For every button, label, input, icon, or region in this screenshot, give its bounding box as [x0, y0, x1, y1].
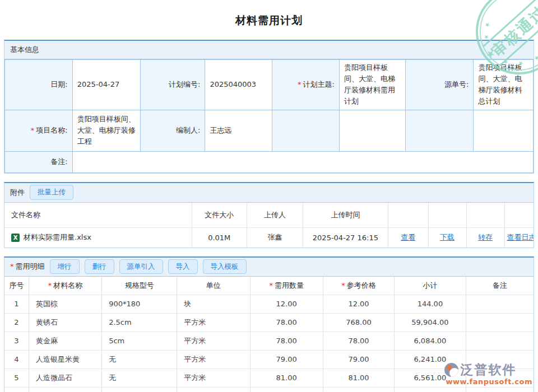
- spec: 2.5cm: [102, 313, 177, 332]
- author-label: 编制人:: [141, 110, 205, 151]
- detail-row-2: 2 黄锈石 2.5cm 平方米 78.00 768.00 59,904.00: [4, 313, 534, 332]
- transfer-link[interactable]: 转存: [478, 233, 493, 241]
- spec: 无: [102, 387, 177, 392]
- detail-row-4: 4 人造银星米黄 无 平方米 79.00 79.00 6,241.00: [4, 350, 534, 368]
- required-marker: *: [48, 281, 52, 290]
- download-link[interactable]: 下载: [440, 233, 454, 241]
- subject-value: 贵阳项目样板间、大堂、电梯厅装修材料需用计划: [339, 60, 405, 110]
- view-log-link[interactable]: 查看日志: [507, 233, 534, 241]
- remark-label: 备注:: [5, 151, 73, 172]
- required-marker: *: [269, 281, 273, 290]
- basic-info-section-header: 基本信息: [4, 41, 534, 59]
- unit: 平方米: [177, 350, 250, 368]
- required-marker: *: [10, 262, 14, 270]
- detail-title: *需用明细: [10, 262, 45, 272]
- qty: 12.00: [250, 295, 323, 313]
- material-name: 人造银星米黄: [29, 350, 101, 368]
- import-template-button[interactable]: 导入模板: [203, 259, 247, 274]
- attachments-title: 附件: [10, 188, 25, 198]
- remark: [466, 368, 534, 387]
- date-value: 2025-04-27: [72, 60, 141, 110]
- unit: 桶: [177, 387, 250, 392]
- file-uploader: 张鑫: [247, 227, 303, 248]
- row-index: 6: [4, 387, 29, 392]
- attachments-section-header: 附件 批量上传: [4, 183, 534, 203]
- required-marker: *: [341, 281, 345, 290]
- qty: 81.00: [250, 368, 323, 387]
- row-index: 1: [4, 295, 29, 313]
- material-name: 英国棕: [29, 295, 101, 313]
- batch-upload-button[interactable]: 批量上传: [30, 185, 73, 200]
- delete-row-button[interactable]: 删行: [85, 259, 114, 274]
- col-unit: 单位: [177, 277, 250, 295]
- project-value: 贵阳项目样板间、大堂、电梯厅装修工程: [72, 110, 141, 151]
- attachments-section: 附件 批量上传 文件名称 文件大小 上传人 上传时间 X: [4, 182, 534, 248]
- attachment-row: X 材料实际需用量.xlsx 0.01M 张鑫 2025-04-27 16:15…: [4, 227, 534, 248]
- row-index: 2: [4, 313, 29, 332]
- remark: [466, 387, 534, 392]
- price: 768.00: [323, 313, 394, 332]
- subtotal: 6,241.00: [395, 350, 466, 368]
- material-name: 人造微晶石: [29, 368, 101, 387]
- detail-header-row: 序号 *材料名称 规格型号 单位 *需用数量 *参考价格 小计 备注: [4, 277, 534, 295]
- subtotal: 59,904.00: [395, 313, 466, 332]
- qty: 78.00: [250, 332, 323, 350]
- file-name: 材料实际需用量.xlsx: [24, 232, 91, 242]
- plan-no-label: 计划编号:: [141, 60, 205, 110]
- price: 79.00: [323, 350, 394, 368]
- col-action-2: [428, 203, 466, 228]
- unit: 块: [177, 295, 250, 313]
- col-qty: *需用数量: [250, 277, 323, 295]
- remark: [466, 295, 534, 313]
- remark: [466, 332, 534, 350]
- author-value: 王志远: [205, 110, 272, 151]
- col-spec: 规格型号: [102, 277, 177, 295]
- basic-info-row-3: 备注:: [5, 151, 534, 172]
- plan-no-value: 2025040003: [205, 60, 272, 110]
- col-action-3: [466, 203, 504, 228]
- source-label: 源单号:: [405, 60, 474, 110]
- material-name: 黄锈石: [29, 313, 101, 332]
- detail-row-5: 5 人造微晶石 无 平方米 81.00 81.00 6,561.00: [4, 368, 534, 387]
- col-subtotal: 小计: [395, 277, 466, 295]
- subtotal: 6,084.00: [395, 332, 466, 350]
- col-remark: 备注: [466, 277, 534, 295]
- add-row-button[interactable]: 增行: [50, 259, 80, 274]
- qty: 79.00: [250, 350, 323, 368]
- basic-info-section: 基本信息 日期: 2025-04-27 计划编号: 2025040003 *计划…: [4, 40, 534, 174]
- source-import-button[interactable]: 源单引入: [119, 259, 163, 274]
- empty-label-cell: [405, 110, 474, 151]
- remark: [466, 313, 534, 332]
- empty-value-cell: [474, 110, 534, 151]
- spec: 5cm: [102, 332, 177, 350]
- price: 81.00: [323, 368, 394, 387]
- unit: 平方米: [177, 332, 250, 350]
- subject-label: *计划主题:: [272, 60, 340, 110]
- detail-section-header: *需用明细 增行 删行 源单引入 导入 导入模板: [4, 258, 534, 277]
- empty-value-cell: [339, 110, 405, 151]
- file-size: 0.01M: [192, 227, 247, 248]
- col-file-name: 文件名称: [4, 203, 192, 228]
- spec: 900*180: [102, 295, 177, 313]
- col-action-1: [388, 203, 428, 228]
- detail-row-6: 6 白色乳胶漆 无 桶 81.00 79.00 6,399.00: [4, 387, 534, 392]
- material-name: 白色乳胶漆: [29, 387, 101, 392]
- detail-table: 序号 *材料名称 规格型号 单位 *需用数量 *参考价格 小计 备注 1 英国棕…: [4, 277, 534, 392]
- col-index: 序号: [4, 277, 29, 295]
- basic-info-table: 日期: 2025-04-27 计划编号: 2025040003 *计划主题: 贵…: [4, 59, 534, 173]
- unit: 平方米: [177, 313, 250, 332]
- view-link[interactable]: 查看: [401, 233, 415, 241]
- import-button[interactable]: 导入: [168, 259, 198, 274]
- col-material: *材料名称: [29, 277, 101, 295]
- remark-value: [72, 151, 533, 172]
- detail-row-1: 1 英国棕 900*180 块 12.00 12.00 144.00: [4, 295, 534, 313]
- basic-info-row-1: 日期: 2025-04-27 计划编号: 2025040003 *计划主题: 贵…: [5, 60, 534, 110]
- row-index: 3: [4, 332, 29, 350]
- spec: 无: [102, 350, 177, 368]
- basic-info-title: 基本信息: [10, 45, 39, 55]
- page-title: 材料需用计划: [0, 0, 538, 28]
- requirement-detail-section: *需用明细 增行 删行 源单引入 导入 导入模板 序号 *材料名称 规格型号 单…: [4, 256, 534, 392]
- price: 12.00: [323, 295, 394, 313]
- subtotal: 6,399.00: [395, 387, 466, 392]
- attachments-header-row: 文件名称 文件大小 上传人 上传时间: [4, 203, 534, 228]
